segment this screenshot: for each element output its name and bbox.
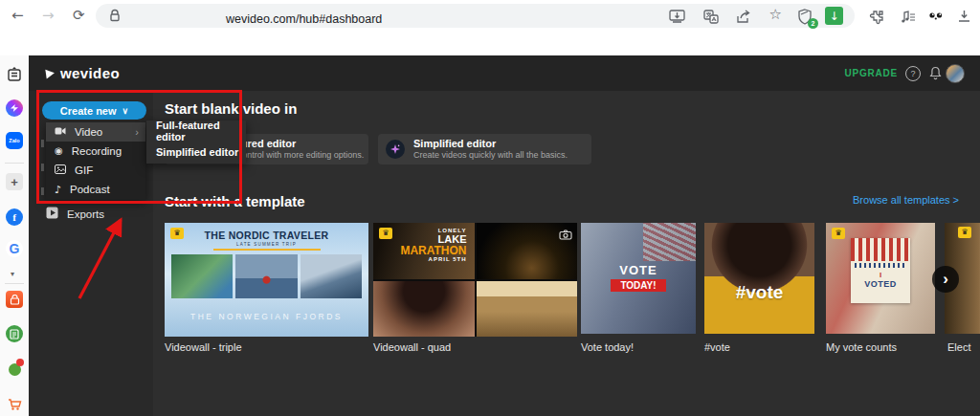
sticker-stripes	[851, 238, 910, 261]
address-bar[interactable]: wevideo.com/hub#dashboard ☆ 2 ↓	[96, 4, 855, 28]
template-label: Videowall - triple	[165, 341, 242, 353]
shopping-deal-icon[interactable]	[6, 291, 23, 308]
quad-top-right	[477, 223, 578, 279]
template-thumbnail-videowall-quad[interactable]: LONELY LAKE MARATHON APRIL 5TH ♛	[373, 223, 577, 337]
premium-crown-badge: ♛	[832, 228, 845, 239]
quad-bottom-right	[477, 281, 578, 338]
menu-item-gif[interactable]: GIF	[46, 161, 145, 180]
template-thumbnail-hashvote[interactable]: #vote	[704, 223, 814, 334]
thumb-text: VOTE	[581, 263, 696, 277]
wevideo-logo[interactable]: wevideo	[46, 65, 120, 81]
camera-icon	[559, 227, 572, 244]
exports-icon	[46, 207, 58, 221]
bookmark-star-icon[interactable]: ☆	[769, 6, 782, 23]
flag-decor	[643, 223, 696, 261]
recording-icon: ◉	[55, 146, 63, 156]
create-new-button[interactable]: Create new ∨	[42, 101, 146, 120]
thumb-text: VOTED	[851, 279, 910, 289]
submenu-item-label: Full-featured editor	[156, 120, 246, 142]
editor-card-title: Simplified editor	[413, 138, 568, 150]
user-avatar[interactable]	[946, 64, 965, 83]
save-page-icon[interactable]	[667, 7, 686, 26]
template-label: My vote counts	[826, 341, 897, 353]
url-text[interactable]: wevideo.com/hub#dashboard	[226, 12, 382, 26]
premium-crown-badge: ♛	[379, 228, 392, 239]
sidebar-item-sliver	[41, 164, 44, 171]
photo	[301, 254, 362, 298]
menu-item-video[interactable]: Video ›	[46, 122, 145, 142]
template-thumbnail-vote-today[interactable]: VOTE TODAY!	[581, 223, 696, 334]
photo-strip	[165, 251, 368, 298]
browser-toolbar: ← → ⟳ wevideo.com/hub#dashboard ☆ 2	[0, 0, 980, 32]
caret-down-icon[interactable]: ▾	[11, 270, 14, 278]
refresh-icon[interactable]: ⟳	[73, 7, 85, 24]
submenu-arrow-icon: ›	[135, 126, 139, 138]
translate-icon[interactable]	[702, 7, 721, 26]
cart-extension-icon[interactable]	[6, 396, 23, 413]
create-new-label: Create new	[60, 105, 117, 117]
menu-item-recording[interactable]: ◉ Recording	[46, 142, 145, 161]
idm-download-button[interactable]: ↓	[825, 7, 843, 25]
editor-card-subtitle: Create videos quickly with all the basic…	[413, 150, 568, 161]
notifications-bell-icon[interactable]	[929, 66, 942, 84]
premium-crown-badge: ♛	[958, 227, 971, 238]
create-new-dropdown-menu: Video › ◉ Recording GIF ♪ Podcast	[46, 122, 145, 200]
thumb-title: THE NORDIC TRAVELER	[165, 230, 368, 241]
downloads-icon[interactable]	[954, 7, 973, 26]
back-icon[interactable]: ←	[11, 7, 24, 24]
logo-text: wevideo	[60, 65, 120, 81]
messenger-icon[interactable]	[6, 99, 23, 117]
carousel-next-button[interactable]: ›	[932, 266, 959, 293]
thumb-text: MARATHON	[373, 245, 467, 256]
video-icon	[55, 126, 66, 138]
simplified-editor-card[interactable]: Simplified editor Create videos quickly …	[378, 134, 591, 164]
notes-extension-icon[interactable]	[6, 325, 23, 342]
template-label: Elect	[947, 341, 970, 353]
share-icon[interactable]	[734, 7, 753, 26]
i-voted-sticker: I VOTED	[851, 238, 910, 303]
sidebar-item-sliver	[41, 140, 44, 147]
thumb-text: APRIL 5TH	[373, 256, 467, 263]
chevron-down-icon: ∨	[122, 106, 129, 116]
browser-side-strip: Zalo + f G ▾	[0, 55, 30, 416]
template-thumbnail-my-vote-counts[interactable]: I VOTED ♛	[826, 223, 935, 334]
coccoc-profile-icon[interactable]	[926, 7, 946, 26]
facebook-icon[interactable]: f	[6, 208, 23, 226]
thumb-text: TODAY!	[611, 279, 666, 292]
blank-video-heading: Start blank video in	[165, 100, 297, 117]
lock-icon[interactable]	[109, 9, 121, 26]
menu-item-podcast[interactable]: ♪ Podcast	[46, 180, 145, 199]
quad-bottom-left	[373, 281, 475, 338]
upgrade-link[interactable]: UPGRADE	[844, 68, 898, 78]
submenu-item-full-featured[interactable]: Full-featured editor	[146, 120, 246, 142]
game-extension-icon[interactable]	[6, 361, 23, 378]
thumb-text: #vote	[704, 282, 814, 303]
screen: ← → ⟳ wevideo.com/hub#dashboard ☆ 2	[0, 0, 980, 416]
premium-crown-badge: ♛	[170, 228, 184, 239]
menu-item-label: GIF	[75, 164, 93, 176]
shield-icon[interactable]: 2	[795, 7, 814, 26]
playlist-extension-icon[interactable]	[898, 7, 917, 26]
add-shortcut-button[interactable]: +	[6, 173, 23, 190]
thumb-subtitle: LATE SUMMER TRIP	[165, 242, 368, 247]
exports-label: Exports	[67, 208, 104, 220]
extensions-puzzle-icon[interactable]	[866, 7, 885, 26]
bookmarks-bar: Via + Show - Google T... System Tools IG…	[0, 32, 980, 56]
submenu-item-simplified[interactable]: Simplified editor	[146, 142, 246, 163]
play-triangle-icon	[45, 68, 55, 78]
divider	[5, 163, 24, 164]
shield-badge: 2	[808, 18, 818, 29]
reading-list-icon[interactable]	[6, 65, 23, 82]
browse-all-templates-link[interactable]: Browse all templates >	[853, 194, 959, 206]
video-submenu: Full-featured editor Simplified editor	[146, 120, 246, 164]
template-label: Vote today!	[581, 341, 634, 353]
submenu-item-label: Simplified editor	[156, 146, 238, 158]
forward-icon: →	[42, 7, 55, 24]
template-label: #vote	[704, 341, 730, 353]
template-thumbnail-videowall-triple[interactable]: THE NORDIC TRAVELER LATE SUMMER TRIP THE…	[165, 223, 368, 337]
google-icon[interactable]: G	[6, 240, 23, 257]
help-icon[interactable]: ?	[905, 66, 921, 81]
template-label: Videowall - quad	[373, 341, 451, 353]
zalo-icon[interactable]: Zalo	[6, 132, 23, 149]
sidebar-item-exports[interactable]: Exports	[46, 207, 104, 221]
